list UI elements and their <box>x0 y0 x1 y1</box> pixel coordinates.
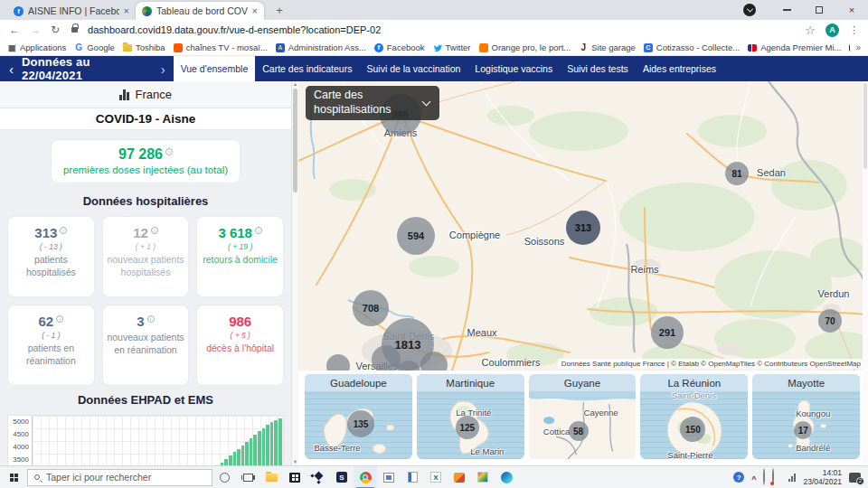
tray-antivirus[interactable] <box>772 469 774 485</box>
sidebar-scrollbar[interactable]: ▲ ▼ <box>291 81 298 465</box>
cortana-icon <box>220 473 230 483</box>
taskbar-app-frame-app[interactable] <box>377 466 401 488</box>
scrollbar-thumb[interactable] <box>863 83 867 169</box>
info-icon[interactable]: i <box>165 148 173 155</box>
url-field[interactable]: dashboard.covid19.data.gouv.fr/vue-d-ens… <box>88 24 795 35</box>
info-icon[interactable]: i <box>147 315 155 323</box>
map-bubble-cluster[interactable] <box>372 345 401 371</box>
header-tab-suivi-de-la-vaccination[interactable]: Suivi de la vaccination <box>359 56 467 81</box>
map-bubble-708[interactable]: 708 <box>353 290 389 326</box>
taskbar-search-input[interactable]: Taper ici pour rechercher <box>27 469 212 486</box>
notification-center-icon[interactable]: 2 <box>849 473 861 483</box>
taskbar-app-store[interactable] <box>283 466 307 488</box>
bookmark-applications[interactable]: ▦Applications <box>7 42 66 52</box>
back-icon[interactable]: ← <box>9 24 20 35</box>
inset-mayotte[interactable]: MayotteKoungouBandrélé17 <box>752 374 860 459</box>
map-bubble-81[interactable]: 81 <box>725 162 749 185</box>
maximize-button[interactable] <box>803 0 835 20</box>
inset-bubble-58[interactable]: 58 <box>569 421 589 441</box>
ehpad-bar <box>233 452 237 465</box>
hospital-section-title: Données hospitalières <box>7 194 284 208</box>
bookmark-administration-ass[interactable]: AAdministration Ass... <box>276 42 366 52</box>
header-tab-carte-des-indicateurs[interactable]: Carte des indicateurs <box>255 56 359 81</box>
map-label-compiegne: Compiègne <box>449 230 500 240</box>
minimize-button[interactable] <box>770 0 803 20</box>
reload-icon[interactable]: ↻ <box>51 24 60 35</box>
browser-tab-facebook[interactable]: f AISNE INFO | Facebook × <box>7 2 136 20</box>
info-icon[interactable]: i <box>56 315 63 323</box>
ehpad-bar <box>237 449 241 465</box>
main-map[interactable]: AmiensCompiègneSoissonsReimsSedanVerdunM… <box>298 81 868 371</box>
bookmark-orange-pro-le-port[interactable]: Orange pro, le port... <box>479 42 571 52</box>
taskbar-app-edge[interactable] <box>495 466 518 488</box>
inset-bubble-125[interactable]: 125 <box>456 416 479 439</box>
start-button[interactable] <box>0 466 27 488</box>
bookmark-facebook[interactable]: fFacebook <box>374 42 425 52</box>
inset-title-martinique: Martinique <box>417 374 524 391</box>
taskbar-app-cortana[interactable] <box>212 466 236 488</box>
tray-network[interactable] <box>788 474 796 482</box>
taskbar-app-orange-app[interactable] <box>448 466 471 488</box>
profile-avatar[interactable]: A <box>826 23 839 37</box>
info-icon[interactable]: i <box>151 227 158 234</box>
bookmark-chaines-tv-mosai[interactable]: chaînes TV - mosaï... <box>174 42 268 52</box>
inset-bubble-150[interactable]: 150 <box>680 417 705 442</box>
tray-sync[interactable] <box>763 469 765 485</box>
https-lock-icon[interactable] <box>71 27 78 33</box>
inset-label-cayenne: Cayenne <box>584 408 618 418</box>
info-icon[interactable]: i <box>255 227 262 234</box>
taskbar-app-chrome[interactable] <box>354 466 377 488</box>
previous-date-button[interactable]: ‹ <box>9 62 14 76</box>
help-icon: ? <box>733 472 744 483</box>
taskbar-app-task-view[interactable] <box>236 466 259 488</box>
header-tab-vue-d-ensemble[interactable]: Vue d'ensemble <box>174 56 256 81</box>
taskbar-app-doc-app[interactable] <box>401 466 424 488</box>
taskbar-app-file-explorer[interactable] <box>259 466 283 488</box>
inset-bubble-17[interactable]: 17 <box>794 421 812 439</box>
bookmark-twitter[interactable]: Twitter <box>433 42 471 52</box>
tray-chevron-up[interactable]: ^ <box>751 469 756 485</box>
browser-menu-icon[interactable]: ⋮ <box>849 24 859 36</box>
taskbar-app-photos[interactable] <box>471 466 495 488</box>
info-icon[interactable]: i <box>60 227 67 234</box>
browser-tab-covid-dashboard[interactable]: Tableau de bord COVID-19 Suivi × <box>136 2 264 20</box>
page-scrollbar[interactable] <box>863 81 868 465</box>
bookmark-google[interactable]: GGoogle <box>74 42 115 52</box>
inset-guadeloupe[interactable]: GuadeloupeBasse-Terre135 <box>305 374 412 459</box>
inset-guyane[interactable]: GuyaneCayenneCottica58 <box>529 374 637 459</box>
taskbar-clock[interactable]: 14:01 23/04/2021 <box>803 468 842 486</box>
close-tab-icon[interactable]: × <box>252 5 258 16</box>
inset-martinique[interactable]: MartiniqueLa TrinitéLe Marin125 <box>417 374 524 459</box>
scroll-down-icon[interactable]: ▼ <box>293 459 297 465</box>
edge-icon <box>501 472 513 483</box>
bookmark-agenda-premier-mi[interactable]: Agenda Premier Mi... <box>748 42 841 52</box>
bookmark-star-icon[interactable]: ☆ <box>805 23 816 37</box>
scrollbar-thumb[interactable] <box>293 89 297 192</box>
media-controls-icon[interactable] <box>743 4 756 16</box>
tray-help[interactable]: ? <box>733 472 744 483</box>
header-tab-suivi-des-tests[interactable]: Suivi des tests <box>560 56 636 81</box>
map-bubble-70[interactable]: 70 <box>818 309 842 333</box>
bookmark-toshiba[interactable]: Toshiba <box>123 42 165 52</box>
forward-icon[interactable]: → <box>30 24 41 35</box>
map-bubble-313[interactable]: 313 <box>566 211 600 245</box>
region-selector[interactable]: France <box>0 81 291 108</box>
scroll-up-icon[interactable]: ▲ <box>293 81 297 87</box>
bookmark-cotizasso-collecte[interactable]: CCotizasso - Collecte... <box>644 42 740 52</box>
map-bubble-594[interactable]: 594 <box>397 217 435 255</box>
taskbar-app-dropbox[interactable] <box>307 466 330 488</box>
bookmark-site-garage[interactable]: JSite garage <box>579 42 636 52</box>
close-window-button[interactable]: × <box>835 0 868 20</box>
next-date-button[interactable]: › <box>161 62 165 76</box>
inset-la-reunion[interactable]: La RéunionSaint-DenisSaint-Pierre150 <box>640 374 748 459</box>
bookmarks-overflow-icon[interactable]: » <box>850 42 861 52</box>
close-tab-icon[interactable]: × <box>124 5 129 16</box>
new-tab-button[interactable]: + <box>271 2 288 18</box>
map-bubble-291[interactable]: 291 <box>651 316 684 349</box>
header-tab-aides-entreprises[interactable]: Aides entreprises <box>636 56 723 81</box>
map-layer-dropdown[interactable]: Carte des hospitalisations <box>306 86 439 120</box>
taskbar-app-excel[interactable]: X <box>424 466 448 488</box>
taskbar-app-s-app[interactable]: S <box>330 466 354 488</box>
header-tab-logistique-vaccins[interactable]: Logistique vaccins <box>467 56 560 81</box>
inset-bubble-135[interactable]: 135 <box>347 410 374 437</box>
